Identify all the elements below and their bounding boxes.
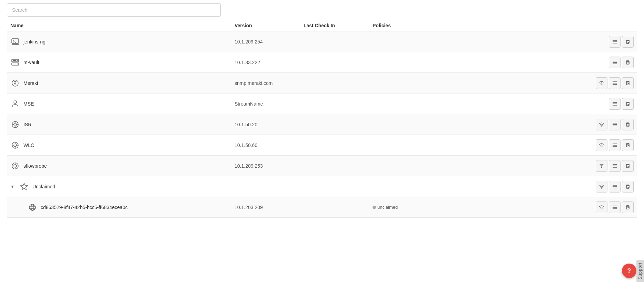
svg-rect-63 bbox=[626, 144, 629, 147]
row-version-jenkins-ng: 10.1.209.254 bbox=[235, 39, 304, 45]
row-name-m-vault: m-vault bbox=[10, 58, 235, 67]
support-tab[interactable]: Support bbox=[636, 260, 644, 282]
search-container bbox=[7, 3, 637, 17]
svg-point-14 bbox=[17, 63, 18, 64]
table-row: ISR 10.1.50.20 bbox=[7, 114, 637, 135]
page-container: Name Version Last Check In Policies bbox=[0, 0, 644, 296]
row-actions-jenkins-ng bbox=[442, 36, 634, 48]
row-name-jenkins-ng: jenkins-ng bbox=[10, 37, 235, 47]
svg-point-67 bbox=[14, 165, 17, 167]
svg-point-91 bbox=[601, 208, 602, 209]
svg-rect-50 bbox=[626, 124, 629, 126]
table-container: Name Version Last Check In Policies bbox=[7, 20, 637, 218]
row-label-jenkins-ng: jenkins-ng bbox=[23, 39, 46, 45]
row-label-meraki: Meraki bbox=[23, 80, 38, 86]
row-actions-cd863529 bbox=[442, 201, 634, 213]
row-policies-cd863529: unclaimed bbox=[373, 205, 442, 210]
table-row: Meraki snmp.meraki.com bbox=[7, 73, 637, 93]
row-label-isr: ISR bbox=[23, 122, 31, 127]
list-button-m-vault[interactable] bbox=[609, 57, 621, 68]
support-icon: ? bbox=[627, 267, 631, 275]
table-row: WLC 10.1.50.60 bbox=[7, 135, 637, 156]
wifi-button-isr[interactable] bbox=[596, 119, 607, 130]
row-name-wlc: WLC bbox=[10, 140, 235, 150]
header-policies: Policies bbox=[373, 23, 442, 28]
svg-rect-8 bbox=[626, 41, 629, 43]
delete-button-jenkins-ng[interactable] bbox=[622, 36, 634, 48]
svg-point-23 bbox=[12, 80, 18, 86]
table-row: cd863529-8f47-42b5-bcc5-ff6834ecea0c 10.… bbox=[7, 197, 637, 218]
row-label-wlc: WLC bbox=[23, 142, 34, 148]
svg-point-33 bbox=[14, 101, 17, 103]
svg-point-87 bbox=[29, 204, 36, 210]
row-version-meraki: snmp.meraki.com bbox=[235, 80, 304, 86]
device-icon-router-isr bbox=[10, 120, 20, 129]
wifi-button-cd863529[interactable] bbox=[596, 201, 607, 213]
wifi-button-wlc[interactable] bbox=[596, 139, 607, 151]
svg-point-26 bbox=[601, 84, 602, 85]
row-label-mse: MSE bbox=[23, 101, 34, 107]
expand-arrow-unclaimed[interactable]: ▼ bbox=[10, 184, 14, 189]
row-label-cd863529: cd863529-8f47-42b5-bcc5-ff6834ecea0c bbox=[41, 205, 128, 210]
status-text-cd863529: unclaimed bbox=[377, 205, 398, 210]
row-name-cd863529: cd863529-8f47-42b5-bcc5-ff6834ecea0c bbox=[10, 203, 235, 212]
row-label-sflowprobe: sflowprobe bbox=[23, 163, 47, 169]
header-version: Version bbox=[235, 23, 304, 28]
wifi-button-meraki[interactable] bbox=[596, 77, 607, 89]
row-name-mse: MSE bbox=[10, 99, 235, 109]
list-button-sflowprobe[interactable] bbox=[609, 160, 621, 172]
delete-button-cd863529[interactable] bbox=[622, 201, 634, 213]
row-name-meraki: Meraki bbox=[10, 78, 235, 88]
delete-button-wlc[interactable] bbox=[622, 139, 634, 151]
table-row: jenkins-ng 10.1.209.254 bbox=[7, 31, 637, 52]
device-icon-globe bbox=[28, 203, 37, 212]
wifi-button-sflowprobe[interactable] bbox=[596, 160, 607, 172]
support-circle-button[interactable]: ? bbox=[622, 264, 636, 278]
status-container-cd863529: unclaimed bbox=[373, 205, 442, 210]
list-button-meraki[interactable] bbox=[609, 77, 621, 89]
delete-button-unclaimed[interactable] bbox=[622, 181, 634, 193]
row-actions-meraki bbox=[442, 77, 634, 89]
list-button-mse[interactable] bbox=[609, 98, 621, 110]
svg-point-59 bbox=[601, 146, 602, 147]
list-button-cd863529[interactable] bbox=[609, 201, 621, 213]
device-icon-meraki bbox=[10, 78, 20, 88]
row-label-m-vault: m-vault bbox=[23, 60, 39, 65]
delete-button-mse[interactable] bbox=[622, 98, 634, 110]
device-icon-router-sflow bbox=[10, 161, 20, 171]
device-icon-person bbox=[10, 99, 20, 109]
svg-rect-76 bbox=[626, 165, 629, 168]
wifi-button-unclaimed[interactable] bbox=[596, 181, 607, 193]
list-button-jenkins-ng[interactable] bbox=[609, 36, 621, 48]
row-actions-sflowprobe bbox=[442, 160, 634, 172]
svg-rect-37 bbox=[626, 103, 629, 106]
svg-point-13 bbox=[17, 60, 18, 61]
list-button-unclaimed[interactable] bbox=[609, 181, 621, 193]
row-version-sflowprobe: 10.1.209.253 bbox=[235, 163, 304, 169]
search-input[interactable] bbox=[7, 3, 221, 17]
row-version-m-vault: 10.1.33.222 bbox=[235, 60, 304, 65]
device-icon-star bbox=[19, 182, 29, 191]
svg-rect-20 bbox=[626, 61, 629, 64]
svg-point-46 bbox=[601, 126, 602, 126]
row-version-isr: 10.1.50.20 bbox=[235, 122, 304, 127]
delete-button-isr[interactable] bbox=[622, 119, 634, 130]
svg-rect-95 bbox=[626, 206, 629, 209]
header-lastcheckin: Last Check In bbox=[304, 23, 373, 28]
delete-button-meraki[interactable] bbox=[622, 77, 634, 89]
svg-point-88 bbox=[31, 204, 34, 210]
row-version-mse: StreamName bbox=[235, 101, 304, 107]
list-button-wlc[interactable] bbox=[609, 139, 621, 151]
list-button-isr[interactable] bbox=[609, 119, 621, 130]
svg-point-54 bbox=[14, 144, 17, 147]
row-version-wlc: 10.1.50.60 bbox=[235, 142, 304, 148]
svg-point-80 bbox=[601, 188, 602, 188]
device-icon-router-wlc bbox=[10, 140, 20, 150]
row-actions-isr bbox=[442, 119, 634, 130]
status-dot-cd863529 bbox=[373, 206, 376, 209]
delete-button-m-vault[interactable] bbox=[622, 57, 634, 68]
table-row: sflowprobe 10.1.209.253 bbox=[7, 156, 637, 176]
row-name-isr: ISR bbox=[10, 120, 235, 129]
delete-button-sflowprobe[interactable] bbox=[622, 160, 634, 172]
support-button-container: ? Support bbox=[622, 260, 644, 282]
